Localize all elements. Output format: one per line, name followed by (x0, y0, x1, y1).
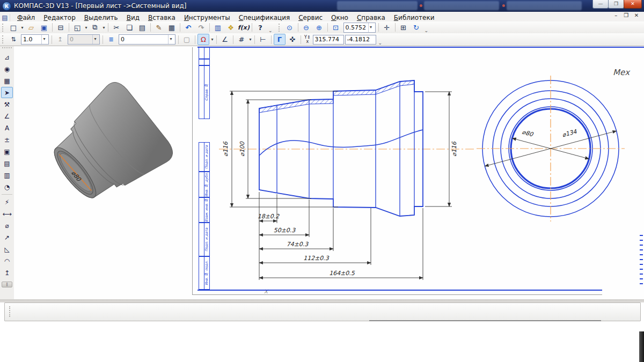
document-properties-button[interactable]: ▢ (181, 34, 193, 45)
y-coordinate-field[interactable]: -4.1812 (345, 35, 376, 45)
views-button[interactable]: ▣ (1, 146, 13, 157)
measurements-button[interactable]: ± (1, 134, 13, 145)
document-icon[interactable]: ▤ (0, 14, 10, 21)
context-help-button[interactable]: ? (254, 22, 266, 33)
layers-dropdown[interactable]: ▾ (168, 35, 173, 44)
close-button[interactable]: ✕ (624, 0, 642, 9)
side-section-view[interactable]: ⌀116 ⌀100 ⌀116 18±0.2 50±0.3 74±0.3 112±… (215, 67, 462, 292)
menu-1[interactable]: Редактор (39, 13, 79, 22)
mdi-minimize-button[interactable]: – (612, 12, 620, 18)
background-tab-blur (424, 1, 499, 10)
edge-mark (640, 264, 643, 265)
zoom-in-button[interactable]: ⊕ (313, 22, 325, 33)
variables-button[interactable]: ▥ (212, 22, 224, 33)
snap-points-button[interactable]: ✜ (287, 34, 298, 45)
toolbar-overflow-chevron[interactable]: ⌄ (425, 28, 429, 33)
menu-9[interactable]: Справка (353, 13, 390, 22)
menu-5[interactable]: Инструменты (180, 13, 235, 22)
geometry-button[interactable]: ⊿ (1, 51, 13, 63)
current-scale-combo[interactable]: 1.0 ▾ (21, 34, 49, 45)
menu-8[interactable]: Окно (327, 13, 353, 22)
editing-button[interactable]: ⚒ (1, 99, 13, 110)
minimize-button[interactable]: — (592, 0, 609, 9)
print-preview-dropdown[interactable]: ▾ (84, 25, 89, 30)
toolbar-drag-handle[interactable] (2, 35, 5, 43)
redo-button[interactable]: ↷ (195, 22, 207, 33)
insert-view-button[interactable]: ⧉ (89, 22, 101, 33)
print-button[interactable]: ⊟ (55, 22, 67, 33)
specification-button[interactable]: ▤ (1, 158, 13, 169)
radial-dimension-button[interactable]: ↗ (1, 232, 13, 243)
insertion-button[interactable]: ◔ (1, 181, 13, 193)
designations-button[interactable]: A (1, 122, 13, 134)
sheet-x-axis (192, 294, 602, 295)
mdi-restore-button[interactable]: ❐ (622, 12, 631, 18)
front-circular-view[interactable]: ⌀80 ⌀134 (470, 70, 631, 231)
paste-button[interactable]: ▤ (136, 22, 148, 33)
snap-magnet-button[interactable]: Ω (197, 34, 209, 45)
toolbar-overflow-chevron[interactable]: ⌄ (378, 40, 383, 46)
mdi-close-button[interactable]: ✕ (632, 12, 641, 18)
reports-button[interactable]: ▥ (1, 169, 13, 181)
print-preview-button[interactable]: ◱ (71, 22, 83, 33)
format-painter-button[interactable]: ✎ (153, 22, 165, 33)
toolbar-drag-handle[interactable] (279, 24, 281, 32)
new-document-button[interactable]: □ (8, 22, 19, 33)
insert-view-dropdown[interactable]: ▾ (101, 25, 106, 30)
diametral-dimension-button[interactable]: ⌀ (1, 220, 13, 231)
menu-0[interactable]: Файл (13, 13, 39, 22)
ortho-mode-button[interactable]: Γ (274, 34, 286, 45)
property-bar-handle[interactable] (9, 306, 12, 317)
toolbar-drag-handle[interactable] (2, 24, 5, 32)
menu-3[interactable]: Вид (122, 13, 144, 22)
zoom-scale-combo[interactable]: 0.5752 ▾ (343, 23, 376, 33)
parametrization-button[interactable]: ∠ (1, 110, 13, 122)
points-button[interactable]: ◉ (1, 63, 13, 75)
layers-icon[interactable]: ≣ (105, 34, 117, 45)
background-dot (502, 4, 505, 7)
snap-magnet-dropdown[interactable]: ▾ (210, 37, 215, 42)
cut-button[interactable]: ✂ (111, 22, 122, 33)
menu-4[interactable]: Вставка (144, 13, 180, 22)
grid-dropdown[interactable]: ▾ (248, 37, 253, 42)
zoom-scale-dropdown[interactable]: ▾ (368, 23, 374, 32)
height-dimension-button[interactable]: ↥ (1, 267, 13, 278)
undo-button[interactable]: ↶ (182, 22, 194, 33)
angle-snap-button[interactable]: ∠ (219, 34, 231, 45)
zoom-select-button[interactable]: ⊙ (284, 22, 296, 33)
restore-button[interactable]: ❐ (608, 0, 624, 9)
pan-button[interactable]: ✛ (381, 22, 393, 33)
open-document-button[interactable]: ▱ (25, 22, 37, 33)
library-manager-button[interactable]: ❖ (225, 22, 237, 33)
panel-drag-handle[interactable] (2, 47, 12, 50)
save-button[interactable]: ▣ (38, 22, 50, 33)
edge-mark (640, 240, 643, 241)
fx-button[interactable]: f(x) (238, 22, 250, 33)
hatch-button[interactable]: ▦ (1, 75, 13, 86)
refresh-view-button[interactable]: ↻ (411, 22, 422, 33)
ruler-button[interactable]: ⊞ (398, 22, 409, 33)
menu-10[interactable]: Библиотеки (390, 13, 439, 22)
angular-dimension-button[interactable]: ◺ (1, 243, 13, 255)
menu-6[interactable]: Спецификация (235, 13, 294, 22)
zoom-out-button[interactable]: ⊖ (301, 22, 312, 33)
toolbar-overflow-chevron[interactable]: ⌄ (268, 28, 273, 33)
zoom-area-button[interactable]: ⊡ (330, 22, 342, 33)
linear-dimension-button[interactable]: ⟷ (1, 208, 13, 219)
copy-button[interactable]: ❏ (123, 22, 135, 33)
auto-dimension-button[interactable]: ⚡ (1, 196, 13, 208)
menu-7[interactable]: Сервис (294, 13, 327, 22)
layers-combo[interactable]: 0 ▾ (119, 34, 175, 45)
new-document-dropdown[interactable]: ▾ (20, 25, 25, 30)
panel-resize-grip[interactable]: ‖ (2, 282, 12, 287)
x-coordinate-field[interactable]: 315.774 (313, 35, 344, 45)
iso-3d-view[interactable]: ⌀80 (26, 71, 193, 232)
separator (150, 23, 151, 32)
local-cs-button[interactable]: ⊢ (257, 34, 269, 45)
arc-dimension-button[interactable]: ◠ (1, 255, 13, 267)
current-scale-dropdown[interactable]: ▾ (41, 35, 47, 44)
grid-button[interactable]: # (236, 34, 247, 45)
menu-2[interactable]: Выделить (80, 13, 122, 22)
properties-table-button[interactable]: ▦ (166, 22, 178, 33)
selection-cursor-button[interactable]: ➤ (1, 87, 13, 98)
